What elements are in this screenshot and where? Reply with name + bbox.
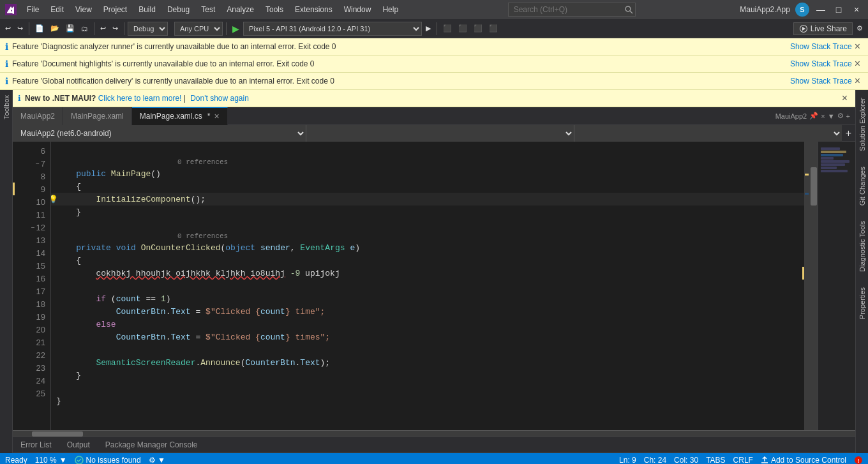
project-select[interactable]: MauiApp2 (net6.0-android)	[13, 125, 306, 142]
error-indicator[interactable]: !	[854, 456, 863, 464]
menu-extensions[interactable]: Extensions	[290, 4, 338, 15]
toolbar-misc2[interactable]: ⬛	[456, 23, 470, 34]
toolbar-back[interactable]: ↩	[3, 23, 13, 34]
show-stack-trace-2[interactable]: Show Stack Trace	[790, 59, 852, 68]
tab-output[interactable]: Output	[59, 438, 98, 452]
toolbar-settings[interactable]: ⚙	[854, 23, 865, 34]
maui-dont-show-link[interactable]: Don't show again	[190, 94, 249, 103]
avatar[interactable]: S	[795, 3, 809, 17]
vertical-scrollbar[interactable]	[809, 142, 818, 430]
platform-select[interactable]: Any CPU	[174, 22, 223, 36]
menu-debug[interactable]: Debug	[162, 4, 195, 15]
notif-close-1[interactable]: ×	[852, 41, 863, 52]
toolbar-open[interactable]: 📂	[48, 23, 62, 34]
upload-icon	[761, 456, 768, 464]
tab-package-manager[interactable]: Package Manager Console	[98, 438, 206, 452]
code-editor[interactable]: 0 references public MainPage() { 💡 Initi…	[51, 142, 804, 430]
status-dropdown[interactable]: ⚙ ▼	[149, 456, 165, 464]
right-tab-properties[interactable]: Properties	[857, 282, 867, 324]
horizontal-scrollbar[interactable]	[13, 430, 855, 437]
member-select[interactable]	[574, 125, 842, 142]
zoom-level[interactable]: 110 % ▼	[35, 456, 67, 464]
live-share-label: Live Share	[811, 24, 847, 33]
tab-close-all-icon[interactable]: ×	[821, 112, 825, 120]
notif-text-2: Feature 'Document highlights' is current…	[12, 59, 786, 68]
overview-ruler	[804, 142, 809, 430]
minimize-button[interactable]: —	[814, 3, 827, 16]
menu-view[interactable]: View	[70, 4, 97, 15]
run-target-select[interactable]: Pixel 5 - API 31 (Android 12.0 - API 31)	[243, 22, 422, 36]
toolbar-save[interactable]: 💾	[63, 23, 77, 34]
tab-add-icon[interactable]: +	[846, 112, 850, 120]
live-share-button[interactable]: Live Share	[793, 22, 853, 35]
show-stack-trace-1[interactable]: Show Stack Trace	[790, 42, 852, 51]
menu-bar: File Edit View Project Build Debug Test …	[22, 4, 403, 15]
toolbar-new[interactable]: 📄	[33, 23, 47, 34]
menu-test[interactable]: Test	[196, 4, 220, 15]
menu-file[interactable]: File	[22, 4, 44, 15]
toolbar-forward[interactable]: ↪	[15, 23, 26, 34]
menu-edit[interactable]: Edit	[45, 4, 69, 15]
show-stack-trace-3[interactable]: Show Stack Trace	[790, 77, 852, 86]
title-bar-center	[508, 3, 636, 17]
toolbar-misc1[interactable]: ⬛	[440, 23, 454, 34]
toolbar-save-all[interactable]: 🗂	[79, 24, 91, 34]
tab-close-button[interactable]: ×	[214, 111, 219, 121]
fold-icon-7[interactable]: −	[36, 160, 40, 167]
run-button[interactable]: ▶	[230, 22, 242, 35]
right-tab-diagnostic[interactable]: Diagnostic Tools	[857, 216, 867, 277]
toolbar-misc3[interactable]: ⬛	[471, 23, 485, 34]
right-tab-git[interactable]: Git Changes	[857, 161, 867, 211]
add-source-control[interactable]: Add to Source Control	[761, 456, 846, 464]
notif-close-3[interactable]: ×	[852, 75, 863, 87]
info-icon-1: ℹ	[5, 41, 8, 52]
notif-text-3: Feature 'Global notification delivery' i…	[12, 77, 786, 86]
toolbar-run-target[interactable]: ▶	[423, 23, 433, 34]
lightbulb-icon[interactable]: 💡	[51, 195, 58, 204]
maximize-button[interactable]: □	[832, 3, 845, 16]
tab-pin-icon[interactable]: 📌	[809, 112, 818, 120]
target-add-button[interactable]: +	[842, 128, 855, 139]
close-button[interactable]: ×	[850, 3, 863, 16]
tab-error-list[interactable]: Error List	[13, 438, 59, 452]
menu-build[interactable]: Build	[133, 4, 161, 15]
menu-tools[interactable]: Tools	[260, 4, 288, 15]
line-number-status[interactable]: Ln: 9	[619, 456, 636, 464]
status-bar-right: Ln: 9 Ch: 24 Col: 30 TABS CRLF Add to So…	[619, 456, 863, 464]
menu-project[interactable]: Project	[98, 4, 132, 15]
tab-mauiapp2[interactable]: MauiApp2	[13, 107, 63, 125]
notif-close-2[interactable]: ×	[852, 58, 863, 70]
code-line-18: else	[51, 318, 804, 331]
tab-overflow-icon[interactable]: ▼	[828, 112, 835, 120]
menu-help[interactable]: Help	[377, 4, 403, 15]
toolbar-redo[interactable]: ↪	[110, 23, 121, 34]
tab-mainpage-xaml[interactable]: MainPage.xaml	[63, 107, 132, 125]
toolbox-label[interactable]: Toolbox	[1, 90, 11, 124]
tabs-status[interactable]: TABS	[706, 456, 725, 464]
status-dropdown-icon: ⚙ ▼	[149, 456, 165, 464]
scrollbar-thumb[interactable]	[811, 167, 817, 206]
no-issues-status[interactable]: No issues found	[75, 456, 141, 464]
menu-window[interactable]: Window	[339, 4, 377, 15]
minimap-line-8	[821, 170, 848, 172]
gutter-line-19: 19	[13, 310, 45, 323]
crlf-status[interactable]: CRLF	[733, 456, 753, 464]
debug-config-select[interactable]: Debug	[128, 22, 168, 36]
gutter-line-20: 20	[13, 323, 45, 336]
code-line-14: cokhbkj hhouhjk oijhkhk kljhkh io8uihj -…	[51, 267, 804, 280]
maui-learn-more-link[interactable]: Click here to learn more!	[98, 94, 182, 103]
search-input[interactable]	[508, 3, 636, 17]
notification-bar-1: ℹ Feature 'Diagnostic analyzer runner' i…	[0, 38, 868, 56]
right-tab-solution[interactable]: Solution Explorer	[857, 93, 867, 156]
tab-settings-icon[interactable]: ⚙	[837, 112, 844, 120]
toolbar-misc4[interactable]: ⬛	[486, 23, 500, 34]
gutter-line-7: −7	[13, 157, 45, 170]
maui-close-button[interactable]: ×	[839, 93, 850, 104]
info-icon-2: ℹ	[5, 59, 8, 69]
toolbar-undo[interactable]: ↩	[98, 23, 108, 34]
menu-analyze[interactable]: Analyze	[221, 4, 259, 15]
fold-icon-12[interactable]: −	[31, 224, 35, 231]
type-select[interactable]	[306, 125, 574, 142]
horizontal-scrollbar-thumb[interactable]	[32, 431, 83, 437]
tab-mainpage-xaml-cs[interactable]: MainPage.xaml.cs * ×	[132, 107, 228, 125]
